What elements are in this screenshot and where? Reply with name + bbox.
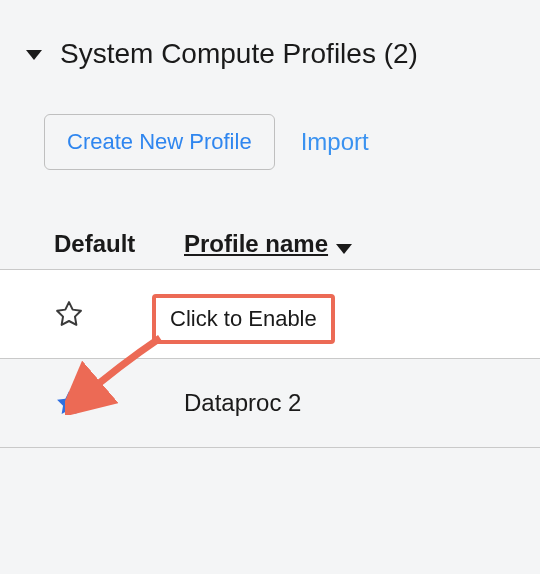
annotation-callout: Click to Enable xyxy=(152,294,335,344)
table-header: Default Profile name xyxy=(0,230,540,258)
table-row[interactable]: Dataproc 2 xyxy=(0,358,540,448)
profile-name: Dataproc 2 xyxy=(184,389,301,417)
section-title: System Compute Profiles (2) xyxy=(60,38,418,70)
chevron-down-icon[interactable] xyxy=(26,50,42,60)
sort-descending-icon xyxy=(336,244,352,254)
column-header-name-label: Profile name xyxy=(184,230,328,258)
actions-row: Create New Profile Import xyxy=(44,114,540,170)
star-filled-icon[interactable] xyxy=(54,388,84,418)
section-header: System Compute Profiles (2) xyxy=(0,0,540,70)
column-header-default: Default xyxy=(54,230,184,258)
star-outline-icon[interactable] xyxy=(54,299,84,329)
import-link[interactable]: Import xyxy=(301,128,369,156)
column-header-name[interactable]: Profile name xyxy=(184,230,352,258)
compute-profiles-panel: System Compute Profiles (2) Create New P… xyxy=(0,0,540,574)
create-new-profile-button[interactable]: Create New Profile xyxy=(44,114,275,170)
default-toggle-cell xyxy=(54,388,184,418)
